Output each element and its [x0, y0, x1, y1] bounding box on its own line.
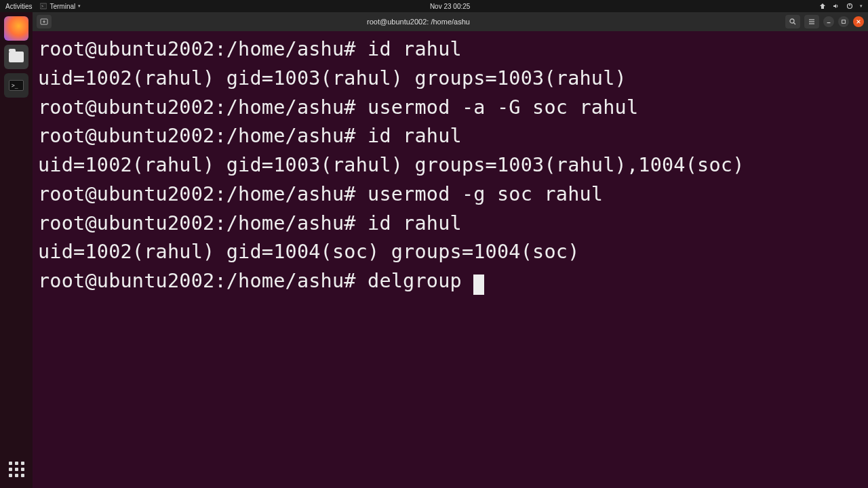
- search-icon: [789, 18, 797, 26]
- power-icon[interactable]: [846, 3, 853, 9]
- terminal-window: root@ubuntu2002: /home/ashu root@ubuntu2…: [33, 12, 868, 488]
- dock-app-files[interactable]: [4, 45, 28, 69]
- terminal-output[interactable]: root@ubuntu2002:/home/ashu# id rahul uid…: [33, 31, 868, 488]
- network-icon[interactable]: [819, 3, 826, 9]
- show-applications-button[interactable]: [4, 457, 28, 481]
- svg-point-7: [790, 19, 794, 23]
- volume-icon[interactable]: [833, 3, 840, 9]
- app-menu-button[interactable]: > Terminal ▾: [40, 3, 81, 10]
- hamburger-icon: [808, 18, 816, 26]
- window-title: root@ubuntu2002: /home/ashu: [52, 18, 785, 26]
- new-tab-icon: [40, 18, 48, 26]
- app-menu-label: Terminal: [50, 3, 75, 10]
- terminal-icon: >_: [9, 80, 24, 91]
- maximize-button[interactable]: [838, 16, 849, 27]
- hamburger-menu-button[interactable]: [804, 15, 819, 28]
- chevron-down-icon: ▾: [78, 3, 81, 9]
- maximize-icon: [841, 19, 846, 24]
- svg-text:>: >: [41, 4, 43, 8]
- folder-icon: [9, 52, 24, 62]
- dock-app-firefox[interactable]: [4, 16, 28, 41]
- close-icon: [856, 19, 861, 24]
- clock-label[interactable]: Nov 23 00:25: [81, 3, 819, 10]
- activities-button[interactable]: Activities: [5, 3, 32, 10]
- terminal-icon: >: [40, 3, 47, 9]
- window-titlebar[interactable]: root@ubuntu2002: /home/ashu: [33, 12, 868, 31]
- dock-app-terminal[interactable]: >_: [4, 73, 28, 98]
- search-button[interactable]: [785, 15, 800, 28]
- dock: >_: [0, 12, 33, 488]
- new-tab-button[interactable]: [37, 15, 52, 28]
- gnome-top-panel: Activities > Terminal ▾ Nov 23 00:25 ▾: [0, 0, 868, 12]
- terminal-cursor: [473, 274, 484, 295]
- minimize-icon: [826, 19, 831, 24]
- system-menu-chevron-icon[interactable]: ▾: [860, 3, 863, 9]
- close-button[interactable]: [853, 16, 864, 27]
- svg-line-8: [793, 22, 795, 24]
- svg-rect-13: [842, 20, 846, 24]
- minimize-button[interactable]: [823, 16, 834, 27]
